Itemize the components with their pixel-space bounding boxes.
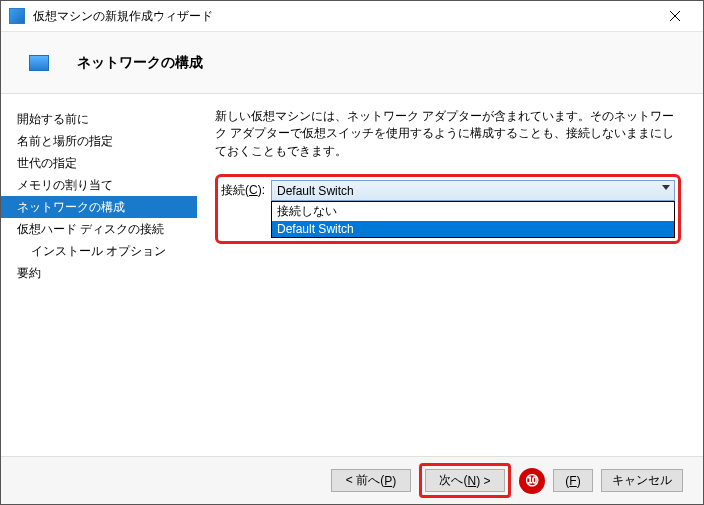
step-before-begin[interactable]: 開始する前に bbox=[17, 108, 197, 130]
next-accel: N bbox=[467, 474, 476, 488]
connection-label-accel: C bbox=[249, 183, 258, 197]
next-prefix: 次へ( bbox=[439, 472, 467, 489]
step-name-location[interactable]: 名前と場所の指定 bbox=[17, 130, 197, 152]
finish-accel: F bbox=[569, 474, 576, 488]
page-description: 新しい仮想マシンには、ネットワーク アダプターが含まれています。そのネットワーク… bbox=[215, 108, 681, 160]
connection-highlight-box: 接続(C): Default Switch 接続しない Default Swit… bbox=[215, 174, 681, 244]
prev-suffix: ) bbox=[392, 474, 396, 488]
wizard-steps-sidebar: 開始する前に 名前と場所の指定 世代の指定 メモリの割り当て ネットワークの構成… bbox=[1, 94, 197, 456]
connection-selected-value: Default Switch bbox=[277, 184, 354, 198]
next-suffix: ) > bbox=[476, 474, 490, 488]
wizard-footer: < 前へ(P) 次へ(N) > ⑩ (F) キャンセル bbox=[1, 456, 703, 504]
app-icon bbox=[9, 8, 25, 24]
connection-dropdown-list[interactable]: 接続しない Default Switch bbox=[271, 201, 675, 238]
connection-label-suffix: ): bbox=[258, 183, 265, 197]
wizard-icon bbox=[29, 55, 49, 71]
wizard-body: 開始する前に 名前と場所の指定 世代の指定 メモリの割り当て ネットワークの構成… bbox=[1, 94, 703, 456]
connection-combo-col: Default Switch 接続しない Default Switch bbox=[271, 180, 675, 238]
finish-button[interactable]: (F) bbox=[553, 469, 593, 492]
dropdown-option-none[interactable]: 接続しない bbox=[272, 202, 674, 221]
connection-label: 接続(C): bbox=[221, 180, 265, 199]
step-summary[interactable]: 要約 bbox=[17, 262, 197, 284]
next-highlight-box: 次へ(N) > bbox=[419, 463, 511, 498]
cancel-button[interactable]: キャンセル bbox=[601, 469, 683, 492]
step-install-options[interactable]: インストール オプション bbox=[17, 240, 197, 262]
dropdown-option-default-switch[interactable]: Default Switch bbox=[272, 221, 674, 237]
annotation-step-number: ⑩ bbox=[519, 468, 545, 494]
titlebar: 仮想マシンの新規作成ウィザード bbox=[1, 1, 703, 32]
step-generation[interactable]: 世代の指定 bbox=[17, 152, 197, 174]
step-memory[interactable]: メモリの割り当て bbox=[17, 174, 197, 196]
close-button[interactable] bbox=[655, 4, 695, 28]
connection-row: 接続(C): Default Switch 接続しない Default Swit… bbox=[221, 180, 675, 238]
finish-suffix: ) bbox=[577, 474, 581, 488]
chevron-down-icon bbox=[662, 185, 670, 190]
window-title: 仮想マシンの新規作成ウィザード bbox=[33, 8, 655, 25]
connection-combobox[interactable]: Default Switch bbox=[271, 180, 675, 201]
prev-prefix: < 前へ( bbox=[346, 472, 384, 489]
next-button[interactable]: 次へ(N) > bbox=[425, 469, 505, 492]
step-networking[interactable]: ネットワークの構成 bbox=[1, 196, 197, 218]
connection-label-prefix: 接続( bbox=[221, 183, 249, 197]
prev-accel: P bbox=[384, 474, 392, 488]
close-icon bbox=[670, 11, 680, 21]
page-title: ネットワークの構成 bbox=[77, 54, 203, 72]
wizard-main: 新しい仮想マシンには、ネットワーク アダプターが含まれています。そのネットワーク… bbox=[197, 94, 703, 456]
wizard-header: ネットワークの構成 bbox=[1, 32, 703, 94]
previous-button[interactable]: < 前へ(P) bbox=[331, 469, 411, 492]
step-vhd[interactable]: 仮想ハード ディスクの接続 bbox=[17, 218, 197, 240]
